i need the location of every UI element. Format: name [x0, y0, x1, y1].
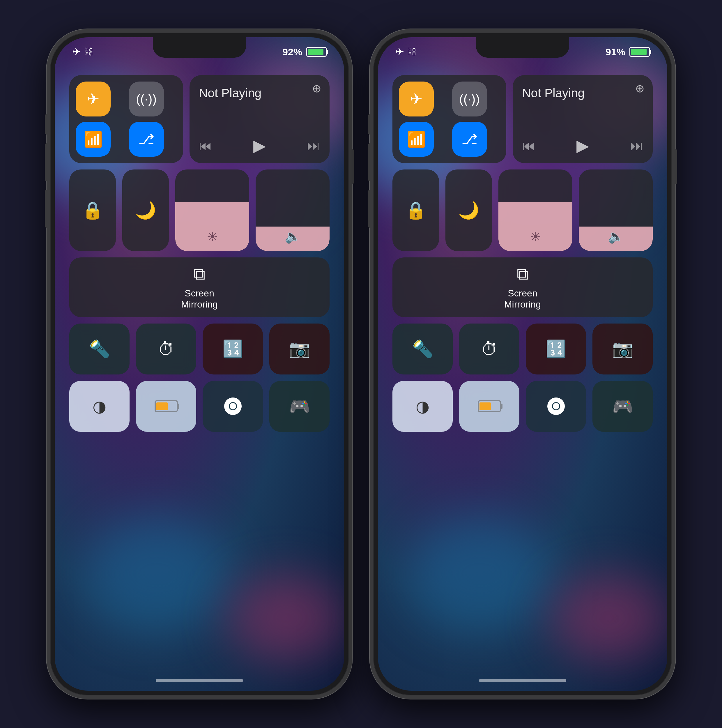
volume-icon-right: 🔈 [608, 229, 624, 244]
bg-decoration [407, 516, 553, 633]
calculator-btn-left[interactable]: 🔢 [203, 324, 263, 375]
volume-slider-right[interactable]: 🔈 [579, 170, 653, 251]
brightness-icon-left: ☀ [207, 229, 218, 244]
calculator-btn-right[interactable]: 🔢 [526, 324, 586, 375]
volume-slider-left[interactable]: 🔈 [256, 170, 330, 251]
battery-percent-right: 91% [606, 46, 625, 58]
dark-mode-btn-left[interactable]: ◑ [69, 381, 130, 432]
flashlight-btn-right[interactable]: 🔦 [392, 324, 453, 375]
rotation-lock-btn-right[interactable]: 🔒 [392, 170, 439, 251]
forward-btn-right[interactable]: ⏭ [630, 138, 643, 153]
volume-down-right[interactable] [368, 190, 372, 228]
silent-switch-left[interactable] [45, 114, 49, 135]
brightness-slider-right[interactable]: ☀ [498, 170, 572, 251]
fourth-row-right: 🔦 ⏱ 🔢 📷 [392, 324, 653, 375]
rewind-btn-right[interactable]: ⏮ [522, 138, 536, 153]
dark-mode-icon-right: ◑ [416, 397, 429, 416]
dnd-btn-right[interactable]: 🌙 [446, 170, 492, 251]
bluetooth-icon-left: ⎇ [138, 131, 154, 147]
airplane-mode-btn-left[interactable]: ✈ [76, 81, 111, 116]
timer-icon-right: ⏱ [481, 339, 498, 359]
media-title-right: Not Playing [522, 86, 643, 100]
play-btn-left[interactable]: ▶ [253, 136, 266, 155]
record-inner-right [552, 402, 560, 410]
media-controls-left: ⏮ ▶ ⏭ [199, 136, 320, 155]
connectivity-block-left: ✈ ((·)) 📶 ⎇ [69, 75, 183, 163]
battery-widget-btn-left[interactable] [136, 381, 196, 432]
timer-btn-left[interactable]: ⏱ [136, 324, 196, 375]
cellular-icon-right: ((·)) [459, 92, 480, 106]
timer-btn-right[interactable]: ⏱ [459, 324, 519, 375]
wifi-icon-left: 📶 [84, 130, 103, 148]
bluetooth-btn-right[interactable]: ⎇ [452, 122, 487, 157]
volume-up-left[interactable] [45, 143, 49, 181]
fourth-row-left: 🔦 ⏱ 🔢 📷 [69, 324, 330, 375]
airplay-icon-left[interactable]: ⊕ [312, 82, 321, 95]
media-player-left[interactable]: ⊕ Not Playing ⏮ ▶ ⏭ [189, 75, 330, 163]
flashlight-btn-left[interactable]: 🔦 [69, 324, 130, 375]
bluetooth-btn-left[interactable]: ⎇ [129, 122, 164, 157]
airplane-mode-icon-left: ✈ [87, 90, 99, 108]
fifth-row-left: ◑ 🎮 [69, 381, 330, 432]
phone-left: ✈ ⛓ 92% ✈ ((·)) [47, 29, 352, 699]
silent-switch-right[interactable] [368, 114, 372, 135]
camera-icon-right: 📷 [612, 339, 633, 359]
status-left-icons-right: ✈ ⛓ [395, 46, 416, 58]
forward-btn-left[interactable]: ⏭ [307, 138, 320, 153]
airplay-icon-right[interactable]: ⊕ [635, 82, 644, 95]
screen-record-btn-left[interactable] [203, 381, 263, 432]
control-center-right: ✈ ((·)) 📶 ⎇ ⊕ Not Playing [392, 75, 653, 432]
brightness-icon-right: ☀ [530, 229, 541, 244]
power-button-right[interactable] [673, 149, 677, 184]
record-inner-left [229, 402, 237, 410]
record-icon-left [224, 398, 242, 415]
cellular-btn-left[interactable]: ((·)) [129, 81, 164, 116]
status-right-right: 91% [606, 46, 650, 58]
record-icon-right [547, 398, 565, 415]
notch-left [153, 37, 246, 58]
rotation-lock-icon-left: 🔒 [82, 200, 103, 220]
play-btn-right[interactable]: ▶ [577, 136, 589, 155]
wifi-btn-left[interactable]: 📶 [76, 122, 111, 157]
home-indicator-right[interactable] [479, 679, 566, 682]
camera-btn-left[interactable]: 📷 [269, 324, 330, 375]
status-right: 92% [282, 46, 327, 58]
battery-widget-fill-left [156, 402, 168, 410]
remote-btn-right[interactable]: 🎮 [592, 381, 653, 432]
battery-widget-btn-right[interactable] [459, 381, 519, 432]
screen-record-btn-right[interactable] [526, 381, 586, 432]
control-center-left: ✈ ((·)) 📶 ⎇ ⊕ Not Playing [69, 75, 330, 432]
power-button-left[interactable] [350, 149, 354, 184]
calculator-icon-right: 🔢 [546, 339, 566, 359]
rewind-btn-left[interactable]: ⏮ [199, 138, 212, 153]
screen-mirror-icon-right: ⧉ [517, 265, 528, 284]
second-row-right: 🔒 🌙 ☀ 🔈 [392, 170, 653, 251]
dark-mode-icon-left: ◑ [93, 397, 106, 416]
link-icon: ⛓ [84, 47, 93, 57]
battery-widget-icon-left [154, 400, 178, 412]
camera-btn-right[interactable]: 📷 [592, 324, 653, 375]
media-player-right[interactable]: ⊕ Not Playing ⏮ ▶ ⏭ [513, 75, 653, 163]
screen-mirror-btn-left[interactable]: ⧉ ScreenMirroring [69, 257, 330, 317]
airplane-icon-right: ✈ [395, 46, 404, 58]
rotation-lock-btn-left[interactable]: 🔒 [69, 170, 116, 251]
remote-icon-right: 🎮 [612, 396, 633, 416]
dark-mode-btn-right[interactable]: ◑ [392, 381, 453, 432]
second-row-left: 🔒 🌙 ☀ 🔈 [69, 170, 330, 251]
wifi-icon-right: 📶 [407, 130, 426, 148]
bluetooth-icon-right: ⎇ [461, 131, 478, 147]
wifi-btn-right[interactable]: 📶 [399, 122, 434, 157]
volume-down-left[interactable] [45, 190, 49, 228]
airplane-mode-btn-right[interactable]: ✈ [399, 81, 434, 116]
top-row-right: ✈ ((·)) 📶 ⎇ ⊕ Not Playing [392, 75, 653, 163]
dnd-btn-left[interactable]: 🌙 [122, 170, 169, 251]
cellular-btn-right[interactable]: ((·)) [452, 81, 487, 116]
brightness-slider-left[interactable]: ☀ [175, 170, 249, 251]
third-row-right: ⧉ ScreenMirroring [392, 257, 653, 317]
remote-btn-left[interactable]: 🎮 [269, 381, 330, 432]
volume-up-right[interactable] [368, 143, 372, 181]
battery-icon-left [306, 47, 327, 57]
home-indicator-left[interactable] [156, 679, 243, 682]
media-title-left: Not Playing [199, 86, 320, 100]
screen-mirror-btn-right[interactable]: ⧉ ScreenMirroring [392, 257, 653, 317]
